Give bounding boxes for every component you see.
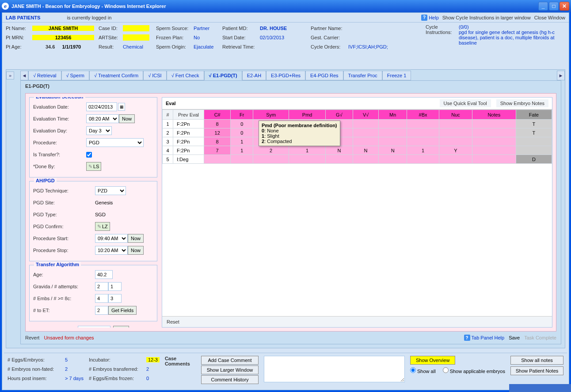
col-c[interactable]: C# bbox=[204, 110, 231, 120]
col-notes[interactable]: Notes bbox=[472, 110, 516, 120]
proc-stop-select[interactable]: 10:20 AM bbox=[95, 246, 128, 255]
eval-day-select[interactable]: Day 3 bbox=[86, 126, 112, 135]
reset-link[interactable]: Reset bbox=[167, 319, 179, 324]
tab---retrieval[interactable]: √ Retrieval bbox=[28, 71, 61, 80]
pgd-site-value: Genesis bbox=[95, 200, 113, 205]
col-[interactable]: # bbox=[163, 110, 173, 120]
add-case-comment-button[interactable]: Add Case Comment bbox=[201, 356, 259, 365]
table-row[interactable]: 5I:DegD bbox=[163, 155, 552, 164]
help-icon: ? bbox=[421, 15, 427, 21]
col-nuc[interactable]: Nuc bbox=[439, 110, 472, 120]
tab-panel-help[interactable]: ?Tab Panel Help bbox=[464, 335, 505, 341]
proc-start-now[interactable]: Now bbox=[128, 234, 144, 243]
procedure-label: Procedure: bbox=[33, 140, 86, 145]
task-complete-link[interactable]: Task Complete bbox=[524, 335, 556, 340]
close-button[interactable]: ✕ bbox=[560, 2, 569, 11]
col-mn[interactable]: Mn bbox=[379, 110, 407, 120]
quick-eval-link[interactable]: Use Quick Eval Tool bbox=[440, 99, 491, 107]
retrieval-time-label: Retrieval Time: bbox=[222, 44, 260, 49]
show-cycle-instructions-link[interactable]: Show Cycle Instructions in larger window bbox=[442, 15, 531, 20]
case-comment-textarea[interactable] bbox=[264, 356, 405, 382]
attempts-input[interactable] bbox=[108, 282, 122, 291]
procedure-select[interactable]: PGD bbox=[86, 138, 144, 147]
result-value: Chemical bbox=[123, 44, 143, 49]
col-sym[interactable]: Sym bbox=[253, 110, 289, 120]
col-v[interactable]: V√ bbox=[353, 110, 379, 120]
gest-carrier-label: Gest. Carrier: bbox=[311, 35, 348, 40]
revert-link[interactable]: Revert bbox=[25, 335, 39, 340]
embryo-notes-link[interactable]: Show Embryo Notes bbox=[496, 99, 548, 107]
col-fr[interactable]: Fr bbox=[231, 110, 253, 120]
tab-transfer-proc[interactable]: Transfer Proc bbox=[343, 71, 382, 80]
gravida-input[interactable] bbox=[95, 282, 108, 291]
table-row[interactable]: 2F:2Pn12021T bbox=[163, 128, 552, 137]
tab-e3-pgd-res[interactable]: E3-PGD+Res bbox=[266, 71, 305, 80]
show-overview-button[interactable]: Show Overview bbox=[410, 356, 455, 365]
maximize-button[interactable]: □ bbox=[549, 2, 559, 11]
eval-time-select[interactable]: 08:20 AM bbox=[86, 114, 119, 123]
comment-history-button[interactable]: Comment History bbox=[201, 375, 259, 384]
proc-stop-now[interactable]: Now bbox=[128, 246, 144, 255]
show-larger-window-button[interactable]: Show Larger Window bbox=[201, 366, 259, 374]
done-by-signature[interactable]: ✎LS bbox=[86, 162, 101, 171]
toet-label: # to ET: bbox=[33, 308, 95, 313]
col-fate[interactable]: Fate bbox=[516, 110, 552, 120]
show-applicable-radio[interactable]: Show applicable embryos bbox=[443, 367, 505, 374]
tab---treatment-confirm[interactable]: √ Treatment Confirm bbox=[89, 71, 143, 80]
show-all-radio[interactable]: Show all bbox=[410, 367, 436, 374]
gm2-select[interactable]: 10:25 AM bbox=[78, 326, 110, 328]
help-link[interactable]: ?Help bbox=[421, 15, 439, 21]
get-fields-button[interactable]: Get Fields bbox=[108, 306, 137, 315]
frozen-label: # Eggs/Embs frozen: bbox=[89, 376, 146, 381]
eval-time-now[interactable]: Now bbox=[119, 114, 135, 123]
ie-icon: e bbox=[2, 3, 9, 10]
col-pmd[interactable]: Pmd bbox=[289, 110, 326, 120]
ge8c-input[interactable] bbox=[108, 294, 122, 303]
case-comments-label: Case Comments bbox=[165, 356, 196, 366]
eval-date-input[interactable] bbox=[86, 102, 117, 111]
is-transfer-checkbox[interactable] bbox=[86, 152, 92, 158]
tab---e1-pgd-t-[interactable]: √ E1-PGD(T) bbox=[204, 71, 242, 80]
embs-input[interactable] bbox=[95, 294, 108, 303]
eval-day-label: Evaluation Day: bbox=[33, 128, 86, 133]
calendar-icon[interactable]: ▦ bbox=[118, 103, 125, 111]
lab-patients-label: LAB PATIENTS bbox=[6, 15, 40, 20]
pgd-confirm-label: PGD Confirm: bbox=[33, 224, 95, 229]
sperm-origin-value: Ejaculate bbox=[194, 44, 213, 49]
show-patient-notes-button[interactable]: Show Patient Notes bbox=[510, 366, 563, 375]
pgd-technique-select[interactable]: PZD bbox=[95, 186, 126, 195]
ie-status-bar bbox=[509, 384, 571, 392]
table-row[interactable]: 3F:2Pn8121 bbox=[163, 137, 552, 146]
pmd-tooltip: Pmd (Poor membrane definition) 00: None:… bbox=[259, 121, 340, 146]
age-input[interactable] bbox=[95, 270, 113, 279]
pen-icon: ✎ bbox=[97, 224, 101, 230]
tab---icsi[interactable]: √ ICSI bbox=[143, 71, 167, 80]
save-link[interactable]: Save bbox=[509, 335, 520, 340]
col-bx[interactable]: #Bx bbox=[407, 110, 439, 120]
patient-md-label: Patient MD: bbox=[222, 26, 260, 31]
minimize-button[interactable]: _ bbox=[538, 2, 548, 11]
proc-start-select[interactable]: 09:40 AM bbox=[95, 234, 128, 243]
pgd-confirm-signature[interactable]: ✎LZ bbox=[95, 222, 110, 231]
tab-e2-ah[interactable]: E2-AH bbox=[242, 71, 266, 80]
patient-md-value: DR. HOUSE bbox=[260, 26, 287, 31]
tab---fert-check[interactable]: √ Fert Check bbox=[167, 71, 204, 80]
frozen-value: 0 bbox=[146, 376, 149, 381]
table-row[interactable]: 4F:2Pn7121NNN1Y bbox=[163, 146, 552, 155]
show-all-notes-button[interactable]: Show all notes bbox=[510, 356, 563, 365]
artsite-label: ARTSite: bbox=[99, 35, 123, 40]
hours-value: > 7 days bbox=[65, 376, 84, 381]
tab-freeze-1[interactable]: Freeze 1 bbox=[382, 71, 411, 80]
col-preveval[interactable]: Prev Eval bbox=[173, 110, 204, 120]
sidebar-expander[interactable]: » bbox=[6, 72, 14, 79]
tab---sperm[interactable]: √ Sperm bbox=[61, 71, 90, 80]
toet-input[interactable] bbox=[95, 306, 108, 315]
case-id-value bbox=[123, 25, 149, 31]
gm2-now[interactable]: Now bbox=[113, 326, 129, 328]
tab-e4-pgd-res[interactable]: E4-PGD Res bbox=[305, 71, 343, 80]
col-g[interactable]: G√ bbox=[326, 110, 353, 120]
tab-scroll-right[interactable]: ► bbox=[557, 71, 565, 80]
table-row[interactable]: 1F:2Pn8021T bbox=[163, 120, 552, 128]
tab-scroll-left[interactable]: ◄ bbox=[20, 71, 28, 80]
close-window-link[interactable]: Close Window bbox=[534, 15, 565, 20]
